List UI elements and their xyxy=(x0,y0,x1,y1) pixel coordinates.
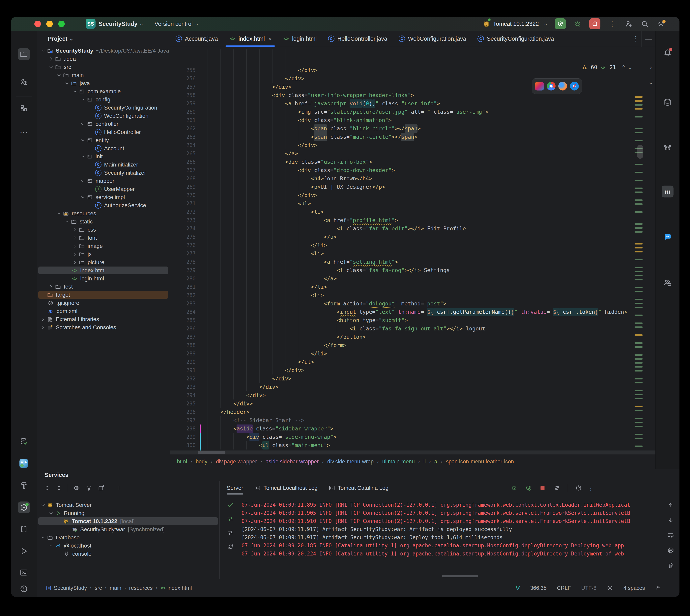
tree-row-pom.xml[interactable]: mpom.xml xyxy=(37,307,170,315)
console-more-button[interactable]: ⋮ xyxy=(588,484,594,492)
run-configuration-select[interactable]: Tomcat 10.1.2322 ⌄ xyxy=(483,19,548,28)
status-widget-vlogo[interactable]: V xyxy=(516,585,520,592)
run-status-button[interactable] xyxy=(226,500,236,510)
breadcrumb-div.side-menu-wrap[interactable]: div.side-menu-wrap xyxy=(327,459,374,465)
database-toolwindow-icon[interactable] xyxy=(662,96,673,108)
code-line-297[interactable]: 297<!-- Sidebar Start --> xyxy=(170,416,634,424)
editor-vertical-scrollbar[interactable] xyxy=(637,145,643,159)
dev-container-toolwindow-icon[interactable] xyxy=(18,523,30,535)
tree-row-config[interactable]: config xyxy=(37,95,170,104)
sync-artifacts-button[interactable] xyxy=(226,542,236,552)
code-line-268[interactable]: 268<h4>John Brown</h4> xyxy=(170,174,634,183)
code-line-270[interactable]: 270</div> xyxy=(170,191,634,199)
tree-row-image[interactable]: image xyxy=(37,242,170,250)
structure-toolwindow-icon[interactable] xyxy=(18,102,30,114)
rerun-deploy-button[interactable] xyxy=(226,514,236,524)
status-crumb-securitystudy[interactable]: SecurityStudy xyxy=(45,585,87,591)
tree-row-src[interactable]: src xyxy=(37,63,170,71)
code-line-271[interactable]: 271<ul> xyxy=(170,199,634,208)
tree-row-authorizeservice[interactable]: CAuthorizeService xyxy=(37,201,170,210)
code-line-276[interactable]: 276</li> xyxy=(170,241,634,249)
breadcrumb-span.icon-menu.feather-icon[interactable]: span.icon-menu.feather-icon xyxy=(446,459,514,465)
chevron-down-icon[interactable] xyxy=(40,503,47,508)
code-line-263[interactable]: 263<span class="main-circle"></span> xyxy=(170,133,634,141)
close-window-button[interactable] xyxy=(34,21,41,27)
deployment-status-button[interactable] xyxy=(573,483,584,493)
stop-button[interactable] xyxy=(589,18,601,29)
chevron-down-icon[interactable] xyxy=(47,65,55,70)
editor-tab-securityconfiguration.java[interactable]: CSecurityConfiguration.java xyxy=(472,31,560,47)
project-switcher[interactable]: SecurityStudy xyxy=(99,21,138,27)
editor-tab-account.java[interactable]: CAccount.java xyxy=(170,31,224,47)
services-toolwindow-icon[interactable] xyxy=(18,502,30,513)
breadcrumb-a[interactable]: a xyxy=(434,459,437,465)
search-everywhere-button[interactable] xyxy=(640,19,649,28)
tree-row-test[interactable]: test xyxy=(37,283,170,291)
code-line-273[interactable]: 273<a href="profile.html"> xyxy=(170,216,634,224)
code-line-290[interactable]: 290</ul> xyxy=(170,358,634,366)
build-toolwindow-icon[interactable] xyxy=(18,480,30,491)
chevron-right-icon[interactable] xyxy=(71,235,79,241)
scroll-down-button[interactable] xyxy=(666,515,676,525)
chevron-down-icon[interactable] xyxy=(47,543,55,548)
breadcrumb-ul.main-menu[interactable]: ul.main-menu xyxy=(382,459,415,465)
code-line-291[interactable]: 291</div> xyxy=(170,366,634,374)
tree-row-index.html[interactable]: <>index.html xyxy=(37,266,170,274)
rerun-server-button[interactable] xyxy=(509,483,519,493)
code-line-260[interactable]: 260<img src="static/picture/user.jpg" al… xyxy=(170,108,634,116)
version-control-toolwindow-icon[interactable] xyxy=(18,597,30,597)
add-service-button[interactable] xyxy=(114,483,124,493)
tree-row-account[interactable]: CAccount xyxy=(37,144,170,152)
chevron-down-icon[interactable] xyxy=(79,122,86,127)
tree-row-scratches-and-consoles[interactable]: Scratches and Consoles xyxy=(37,323,170,331)
chevron-down-icon[interactable] xyxy=(79,154,86,159)
tree-row-securityinitializer[interactable]: CSecurityInitializer xyxy=(37,169,170,177)
tree-row-font[interactable]: font xyxy=(37,234,170,242)
editor-tab-webconfiguration.java[interactable]: CWebConfiguration.java xyxy=(393,31,472,47)
rerun-button[interactable] xyxy=(555,18,566,29)
chevron-right-icon[interactable] xyxy=(40,325,47,330)
status-crumb-main[interactable]: main xyxy=(110,585,121,591)
code-line-279[interactable]: 279<i class="fas fa-cog"></i> Settings xyxy=(170,266,634,274)
chevron-down-icon[interactable] xyxy=(63,219,70,224)
chevron-down-icon[interactable] xyxy=(79,97,86,102)
editor-horizontal-scrollbar[interactable] xyxy=(170,450,655,455)
code-line-278[interactable]: 278<a href="setting.html"> xyxy=(170,258,634,266)
tree-row-java[interactable]: java xyxy=(37,79,170,87)
breadcrumb-body[interactable]: body xyxy=(196,459,207,465)
editor-tab-hellocontroller.java[interactable]: CHelloController.java xyxy=(322,31,393,47)
editor-tab-login.html[interactable]: <>login.html xyxy=(277,31,322,47)
code-line-274[interactable]: 274<i class="far fa-edit"></i> Edit Prof… xyxy=(170,224,634,233)
clear-console-button[interactable] xyxy=(666,560,676,571)
code-line[interactable] xyxy=(170,58,634,66)
code-line-289[interactable]: 289</li> xyxy=(170,350,634,358)
ai-assistant-toolwindow-icon[interactable] xyxy=(662,142,673,154)
breadcrumb-html[interactable]: html xyxy=(177,459,187,465)
tab-options-button[interactable]: ⋮ xyxy=(630,31,642,47)
tree-row-static[interactable]: static xyxy=(37,218,170,226)
breadcrumb-aside.sidebar-wrapper[interactable]: aside.sidebar-wrapper xyxy=(266,459,319,465)
code-line-264[interactable]: 264</div> xyxy=(170,141,634,150)
chevron-down-icon[interactable] xyxy=(47,511,55,516)
tree-row-.gitignore[interactable]: .gitignore xyxy=(37,299,170,307)
chevron-down-icon[interactable] xyxy=(79,178,86,183)
version-control-menu[interactable]: Version control xyxy=(154,21,193,27)
tree-row-webconfiguration[interactable]: CWebConfiguration xyxy=(37,112,170,120)
tree-row-main[interactable]: main xyxy=(37,71,170,79)
tree-row-init[interactable]: init xyxy=(37,152,170,160)
chevron-down-icon[interactable] xyxy=(63,81,70,86)
code-line-285[interactable]: 285<button type="submit"> xyxy=(170,316,634,325)
prev-problem-button[interactable]: ⌃ xyxy=(622,64,625,70)
tree-row-running[interactable]: Running xyxy=(37,509,219,517)
code-line-269[interactable]: 269<p>UI | UX Designer</p> xyxy=(170,183,634,191)
pull-requests-toolwindow-icon[interactable] xyxy=(18,76,30,88)
code-line-295[interactable]: 295</div> xyxy=(170,399,634,408)
services-panel-title[interactable]: Services xyxy=(45,472,68,478)
tree-row-@localhost[interactable]: @localhost xyxy=(37,542,219,550)
code-viewport[interactable]: 255</div>256</div>257</div>258<div class… xyxy=(170,47,655,450)
tree-row-css[interactable]: css xyxy=(37,226,170,234)
console-horizontal-scrollbar[interactable] xyxy=(442,575,478,577)
code-line-262[interactable]: 262<span class="blink-circle"></span> xyxy=(170,125,634,133)
plugin-toolwindow-icon[interactable] xyxy=(18,458,30,469)
add-user-button[interactable] xyxy=(624,19,633,28)
